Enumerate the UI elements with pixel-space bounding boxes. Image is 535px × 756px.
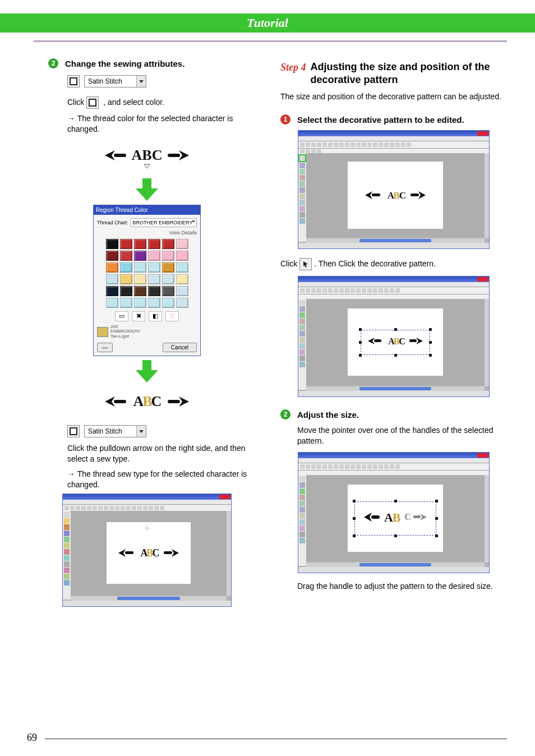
color-swatch[interactable] [162,274,174,284]
svg-rect-11 [125,551,133,554]
color-swatch[interactable] [106,298,118,308]
color-swatch[interactable] [120,274,132,284]
svg-marker-3 [144,164,150,168]
svg-text:ABC: ABC [132,147,163,163]
color-swatch[interactable] [148,262,160,273]
app-screenshot-r2: A B C [298,276,490,397]
svg-rect-0 [114,154,126,157]
step-4-label: Step 4 [280,61,306,74]
color-swatch-grid[interactable] [97,239,197,308]
color-swatch[interactable] [106,251,118,261]
svg-text:C: C [153,547,160,559]
fill-square-icon [70,427,77,435]
svg-rect-1 [168,154,180,157]
svg-rect-7 [168,400,180,403]
app-screenshot-r1: A B C [298,130,490,249]
dialog-cancel-button[interactable]: Cancel [163,343,197,353]
color-swatch[interactable] [120,298,132,308]
page-title: Tutorial [0,13,535,33]
color-swatch[interactable] [120,262,132,273]
color-swatch[interactable] [134,262,146,273]
pointer-tool-button[interactable] [299,258,312,270]
step-1-badge: 1 [280,114,290,125]
chevron-down-icon [136,426,146,437]
color-swatch[interactable] [176,286,188,296]
step-4-heading: Adjusting the size and position of the d… [311,61,507,86]
svg-rect-6 [114,400,126,403]
color-swatch[interactable] [106,262,118,273]
dialog-title: Region Thread Color [94,205,200,215]
color-swatch[interactable] [176,274,188,284]
thread-chart-label: Thread Chart: [97,219,128,226]
color-swatch[interactable] [176,251,188,261]
svg-marker-5 [136,360,158,382]
svg-rect-17 [411,193,419,196]
color-swatch[interactable] [162,286,174,296]
svg-text:C: C [399,190,406,201]
color-swatch[interactable] [148,274,160,284]
option-icon[interactable]: ◧ [149,311,162,321]
stitch-type-value-2: Satin Stitch [85,426,136,437]
footer-rule [45,739,507,739]
option-icon[interactable]: ✖ [132,311,145,321]
svg-text:C: C [404,512,411,522]
color-swatch[interactable] [134,286,146,296]
color-swatch[interactable] [134,274,146,284]
color-swatch[interactable] [176,262,188,273]
move-pointer-text: Move the pointer over one of the handles… [297,425,507,446]
fill-color-button-inline[interactable] [86,96,99,109]
selected-color-name: Tan-Light [110,334,141,339]
adjust-step-2-heading: Adjust the size. [297,409,359,421]
color-swatch[interactable] [106,239,118,249]
pointer-icon [302,261,309,268]
drag-handle-text: Drag the handle to adjust the pattern to… [297,581,507,592]
svg-rect-16 [372,193,380,196]
app-screenshot-r3: A B C [298,452,490,573]
color-swatch[interactable] [148,298,160,308]
color-swatch[interactable] [148,239,160,249]
svg-text:A: A [384,510,393,524]
click-text-suffix: , and select color. [103,98,164,107]
step-2-badge: 2 [48,58,58,68]
svg-marker-21 [303,261,308,268]
color-swatch[interactable] [176,298,188,308]
color-swatch[interactable] [162,262,174,273]
header-rule [34,40,507,42]
option-icon[interactable]: ▭ [115,311,128,321]
svg-rect-31 [413,515,421,518]
svg-rect-27 [371,515,380,519]
color-swatch[interactable] [134,251,146,261]
color-swatch[interactable] [176,239,188,249]
step-1-heading: Select the decorative pattern to be edit… [297,114,507,126]
heart-icon[interactable]: ♡ [165,311,179,321]
stitch-type-dropdown[interactable]: Satin Stitch [84,75,146,87]
color-swatch[interactable] [148,251,160,261]
result-arrow-line-1: → The thread color for the selected char… [67,114,233,133]
color-swatch[interactable] [162,239,174,249]
color-swatch[interactable] [134,298,146,308]
thread-chart-select[interactable]: BROTHER EMBROIDERY [131,218,197,227]
color-swatch[interactable] [120,239,132,249]
fill-color-button[interactable] [67,425,80,437]
page-number: 69 [27,732,37,744]
svg-rect-12 [164,551,172,554]
color-swatch[interactable] [134,239,146,249]
color-swatch[interactable] [106,274,118,284]
color-swatch[interactable] [106,286,118,296]
fill-color-button[interactable] [67,75,80,87]
svg-rect-22 [374,339,381,342]
stitch-type-dropdown-2[interactable]: Satin Stitch [84,425,146,437]
view-details-checkbox[interactable]: View Details [97,229,197,236]
color-swatch[interactable] [162,251,174,261]
pulldown-instruction: Click the pulldown arrow on the right si… [67,443,260,464]
svg-text:C: C [399,336,405,346]
chevron-down-icon [136,76,146,87]
down-arrow-icon [136,178,158,201]
dialog-ok-button[interactable]: — [97,343,113,353]
header-bar: Tutorial [0,13,535,33]
svg-text:B: B [393,510,401,524]
color-swatch[interactable] [148,286,160,296]
color-swatch[interactable] [120,286,132,296]
color-swatch[interactable] [120,251,132,261]
color-swatch[interactable] [162,298,174,308]
